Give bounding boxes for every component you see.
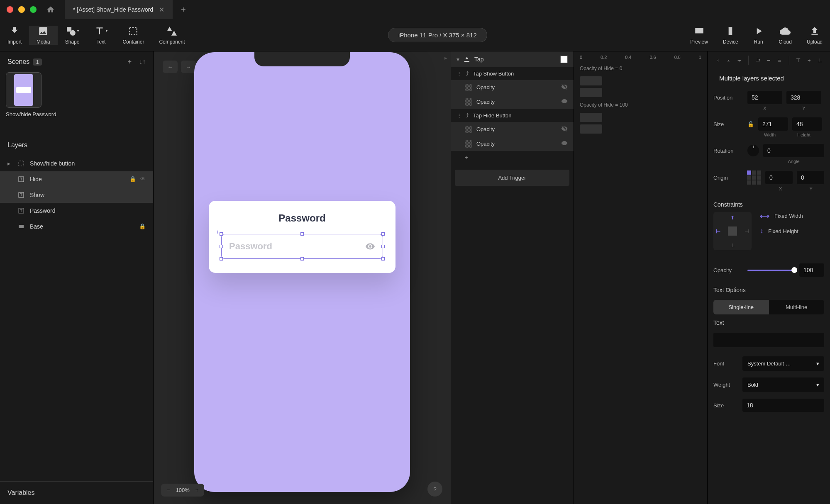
origin-x-input[interactable] xyxy=(765,171,793,184)
document-tab[interactable]: * [Asset] Show_Hide Password ✕ xyxy=(65,0,173,19)
timeline-bar[interactable] xyxy=(580,88,602,97)
layer-row-showhide-button[interactable]: ▸ Show/hide button xyxy=(0,156,153,171)
fixed-width-toggle[interactable]: ⟷Fixed Width xyxy=(760,212,803,220)
component-tool[interactable]: Component xyxy=(151,26,192,45)
selection-handle[interactable] xyxy=(220,257,223,261)
position-x-input[interactable] xyxy=(747,91,782,104)
align-center-icon[interactable]: ⫠ xyxy=(724,56,732,65)
weight-select[interactable]: Bold▾ xyxy=(742,377,824,392)
align-top-icon[interactable]: ⫡ xyxy=(754,56,762,65)
height-input[interactable] xyxy=(792,117,822,131)
selection-handle[interactable] xyxy=(220,232,223,236)
timeline-bar[interactable] xyxy=(580,76,602,85)
device-button[interactable]: Device xyxy=(715,26,746,45)
origin-y-input[interactable] xyxy=(797,171,824,184)
align-left-icon[interactable]: ⫞ xyxy=(713,56,722,65)
action-tap-show[interactable]: ⋮ ⤴ Tap Show Button xyxy=(451,67,574,80)
action-opacity[interactable]: Opacity xyxy=(451,80,574,95)
variables-header[interactable]: Variables xyxy=(0,481,153,504)
width-input[interactable] xyxy=(758,117,788,131)
panel-collapse-icon[interactable]: ▸ xyxy=(444,55,447,61)
lock-icon[interactable]: 🔒 xyxy=(139,223,146,229)
layer-row-password[interactable]: Password xyxy=(0,203,153,219)
text-mode-segment[interactable]: Single-line Multi-line xyxy=(713,300,824,314)
hidden-icon[interactable] xyxy=(561,125,568,133)
layer-row-show[interactable]: Show xyxy=(0,187,153,203)
distribute-icon[interactable]: ⊥ xyxy=(816,56,824,65)
fixed-height-toggle[interactable]: ↕Fixed Height xyxy=(760,227,803,235)
zoom-out-button[interactable]: − xyxy=(167,487,170,493)
eye-icon[interactable] xyxy=(365,241,375,251)
action-opacity[interactable]: Opacity xyxy=(451,136,574,151)
opacity-input[interactable] xyxy=(799,263,824,277)
distribute-v-icon[interactable]: + xyxy=(805,56,813,65)
align-bottom-icon[interactable]: ⫢ xyxy=(776,56,784,65)
upload-button[interactable]: Upload xyxy=(799,26,830,45)
timeline-bar[interactable] xyxy=(580,113,602,122)
trigger-tap[interactable]: ▾ Tap xyxy=(451,51,574,67)
hidden-icon[interactable] xyxy=(561,83,568,91)
import-tool[interactable]: Import xyxy=(0,26,29,45)
text-tool[interactable]: ▾ Text xyxy=(87,26,115,45)
add-action-button[interactable]: + xyxy=(451,151,574,164)
layer-row-hide[interactable]: Hide 🔒 👁 xyxy=(0,171,153,187)
visible-icon[interactable] xyxy=(561,140,568,148)
selection-handle[interactable] xyxy=(381,245,385,248)
lock-icon[interactable]: 🔒 xyxy=(129,176,136,182)
action-opacity[interactable]: Opacity xyxy=(451,122,574,136)
origin-grid[interactable] xyxy=(747,170,761,185)
minimize-window-button[interactable] xyxy=(18,6,25,13)
scene-item[interactable]: Show/hide Password xyxy=(6,72,56,118)
run-button[interactable]: Run xyxy=(746,26,771,45)
caret-icon[interactable]: ▾ xyxy=(456,56,459,63)
distribute-h-icon[interactable]: ⊤ xyxy=(794,56,803,65)
align-middle-icon[interactable]: ━ xyxy=(764,56,773,65)
container-tool[interactable]: Container xyxy=(115,26,151,45)
scene-sort-button[interactable]: ↓↑ xyxy=(139,58,146,66)
multi-line-option[interactable]: Multi-line xyxy=(769,300,825,314)
opacity-slider[interactable] xyxy=(747,270,794,271)
add-tab-button[interactable]: + xyxy=(173,0,194,19)
home-icon[interactable] xyxy=(46,5,55,14)
rotation-knob[interactable] xyxy=(747,145,759,156)
position-y-input[interactable] xyxy=(786,91,821,104)
caret-icon[interactable]: ▸ xyxy=(7,160,12,167)
close-window-button[interactable] xyxy=(7,6,13,13)
shape-tool[interactable]: ▾ Shape xyxy=(58,26,87,45)
media-tool[interactable]: Media xyxy=(29,26,58,45)
visibility-icon[interactable]: 👁 xyxy=(140,176,146,182)
constraints-grid[interactable]: T ⊢ ⊣ ⊥ xyxy=(713,212,752,250)
help-button[interactable]: ? xyxy=(427,482,442,497)
selection-handle[interactable] xyxy=(300,257,304,261)
add-trigger-button[interactable]: Add Trigger xyxy=(455,170,569,186)
device-selector[interactable]: iPhone 11 Pro / X 375 × 812 xyxy=(388,28,487,42)
font-size-input[interactable] xyxy=(742,399,824,412)
visible-icon[interactable] xyxy=(561,98,568,106)
add-scene-button[interactable]: + xyxy=(128,58,132,66)
timeline-bar[interactable] xyxy=(580,124,602,134)
layer-row-base[interactable]: Base 🔒 xyxy=(0,219,153,234)
text-content-input[interactable] xyxy=(713,333,824,347)
lock-aspect-icon[interactable]: 🔓 xyxy=(747,121,754,127)
action-opacity[interactable]: Opacity xyxy=(451,95,574,109)
preview-button[interactable]: Preview xyxy=(683,26,715,45)
password-field[interactable]: + Password xyxy=(221,234,383,259)
nav-back-button[interactable]: ← xyxy=(163,61,178,73)
nav-forward-button[interactable]: → xyxy=(181,61,196,73)
align-right-icon[interactable]: ⫟ xyxy=(735,56,743,65)
cloud-button[interactable]: Cloud xyxy=(771,26,799,45)
action-tap-hide[interactable]: ⋮ ⤴ Tap Hide Button xyxy=(451,109,574,122)
timeline-ruler[interactable]: 0 0.2 0.4 0.6 0.8 1 xyxy=(574,51,707,63)
rotation-input[interactable] xyxy=(763,144,824,157)
selection-handle[interactable] xyxy=(381,232,385,236)
selection-handle[interactable] xyxy=(300,232,304,236)
font-select[interactable]: System Default …▾ xyxy=(742,356,824,371)
close-tab-icon[interactable]: ✕ xyxy=(159,6,164,14)
single-line-option[interactable]: Single-line xyxy=(713,300,769,314)
canvas[interactable]: ← → ▸ Password + Password xyxy=(154,51,451,504)
trigger-color-swatch[interactable] xyxy=(560,56,568,63)
zoom-in-button[interactable]: + xyxy=(195,487,199,493)
maximize-window-button[interactable] xyxy=(30,6,37,13)
selection-handle[interactable] xyxy=(381,257,385,261)
selection-handle[interactable] xyxy=(220,245,223,248)
